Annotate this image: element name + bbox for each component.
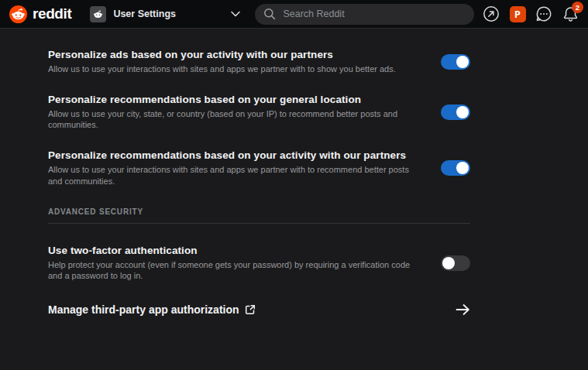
setting-description: Allow us to use your interactions with s… (48, 63, 413, 75)
context-dropdown-user-settings[interactable]: User Settings (87, 3, 243, 25)
toggle-personalize-ads[interactable] (441, 54, 470, 70)
setting-description: Allow us to use your interactions with s… (48, 164, 413, 187)
p-app-icon: P (510, 6, 526, 22)
setting-title: Use two-factor authentication (48, 245, 413, 256)
external-link-icon (245, 304, 256, 315)
user-settings-avatar-icon (90, 6, 106, 22)
setting-title: Personalize recommendations based on you… (48, 94, 413, 105)
toggle-recs-location[interactable] (441, 104, 470, 120)
setting-description: Allow us to use your city, state, or cou… (48, 108, 413, 131)
advertise-button[interactable] (483, 5, 500, 22)
manage-third-party-apps-row[interactable]: Manage third-party app authorization (48, 303, 470, 316)
toggle-two-factor[interactable] (441, 255, 470, 271)
setting-title: Personalize recommendations based on you… (48, 149, 413, 161)
arrow-up-right-circle-icon (483, 5, 500, 22)
toggle-knob (456, 106, 469, 118)
toggle-knob (442, 257, 455, 269)
reddit-home-link[interactable]: reddit (9, 5, 71, 23)
manage-third-party-apps-label: Manage third-party app authorization (48, 303, 239, 316)
chat-bubble-ellipsis-icon (535, 5, 552, 22)
toggle-knob (456, 162, 469, 174)
setting-row-recs-location: Personalize recommendations based on you… (48, 94, 470, 131)
setting-row-two-factor: Use two-factor authentication Help prote… (48, 245, 470, 282)
navbar-actions: P 2 (483, 5, 579, 22)
notification-count-badge: 2 (572, 2, 583, 13)
settings-page: Personalize ads based on your activity w… (0, 29, 520, 316)
reddit-logo-icon (9, 5, 27, 23)
setting-title: Personalize ads based on your activity w… (48, 49, 413, 60)
setting-row-personalize-ads: Personalize ads based on your activity w… (48, 49, 470, 75)
setting-row-recs-partners: Personalize recommendations based on you… (48, 149, 470, 187)
arrow-right-icon[interactable] (456, 303, 470, 316)
setting-description: Help protect your account (even if someo… (48, 259, 413, 282)
p-app-button[interactable]: P (509, 5, 526, 22)
context-dropdown-label: User Settings (113, 9, 176, 19)
notifications-button[interactable]: 2 (562, 5, 579, 22)
section-divider (48, 223, 470, 224)
chat-button[interactable] (535, 5, 552, 22)
search-bar[interactable] (255, 4, 474, 25)
search-icon (263, 8, 276, 20)
toggle-recs-partners[interactable] (441, 160, 470, 176)
section-header-advanced-security: ADVANCED SECURITY (48, 207, 470, 216)
toggle-knob (456, 56, 469, 68)
search-input[interactable] (283, 9, 466, 19)
reddit-wordmark: reddit (33, 5, 71, 22)
chevron-down-icon (231, 11, 240, 17)
top-navbar: reddit User Settings (0, 0, 588, 29)
